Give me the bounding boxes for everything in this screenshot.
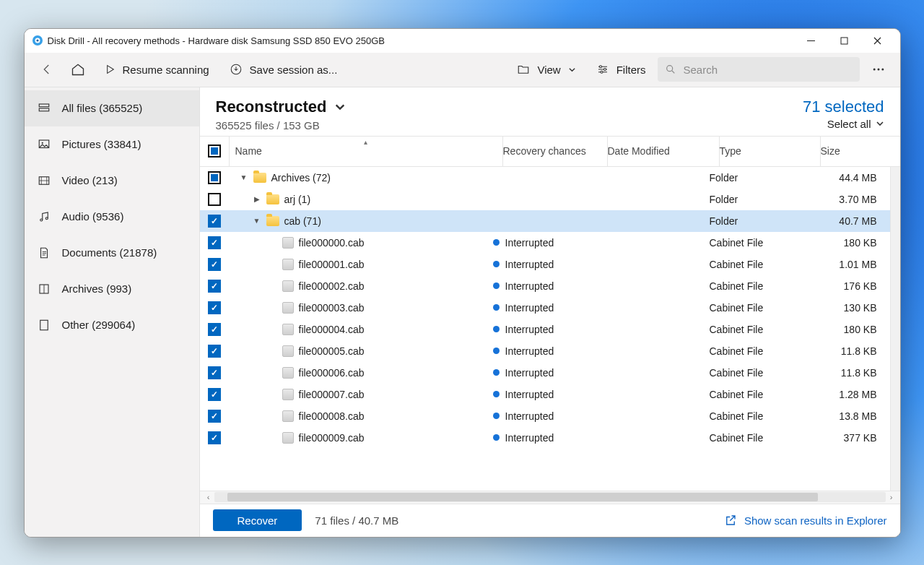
table-row[interactable]: ▶arj (1)Folder3.70 MB bbox=[200, 189, 890, 210]
search-input[interactable] bbox=[682, 63, 853, 77]
svg-point-8 bbox=[666, 66, 672, 72]
window-title: Disk Drill - All recovery methods - Hard… bbox=[48, 35, 795, 46]
view-mode-dropdown[interactable]: Reconstructed bbox=[216, 98, 346, 116]
archive-icon bbox=[38, 282, 51, 296]
sidebar-item-label: All files (365525) bbox=[62, 102, 143, 114]
folder-icon bbox=[266, 216, 279, 226]
row-checkbox[interactable] bbox=[208, 301, 221, 314]
content: Reconstructed 365525 files / 153 GB 71 s… bbox=[200, 87, 900, 537]
sidebar-item-label: Video (213) bbox=[62, 174, 118, 186]
filters-label: Filters bbox=[616, 64, 646, 76]
column-size[interactable]: Size bbox=[821, 137, 900, 166]
row-size: 11.8 KB bbox=[841, 345, 877, 357]
recover-button[interactable]: Recover bbox=[213, 509, 302, 531]
maximize-button[interactable] bbox=[828, 29, 861, 53]
table-row[interactable]: file000007.cabInterruptedCabinet File1.2… bbox=[200, 384, 890, 405]
sliders-icon bbox=[596, 63, 609, 76]
status-dot-icon bbox=[493, 326, 500, 332]
recovery-status: Interrupted bbox=[505, 302, 554, 314]
back-button[interactable] bbox=[33, 56, 61, 82]
recovery-status: Interrupted bbox=[505, 280, 554, 292]
svg-point-9 bbox=[873, 69, 875, 71]
row-checkbox[interactable] bbox=[208, 171, 221, 184]
row-checkbox[interactable] bbox=[208, 366, 221, 379]
svg-point-18 bbox=[45, 217, 48, 219]
table-row[interactable]: file000009.cabInterruptedCabinet File377… bbox=[200, 427, 890, 449]
status-dot-icon bbox=[493, 261, 500, 267]
save-session-button[interactable]: Save session as... bbox=[221, 56, 346, 82]
minimize-button[interactable] bbox=[795, 29, 828, 53]
table-row[interactable]: file000001.cabInterruptedCabinet File1.0… bbox=[200, 254, 890, 275]
row-checkbox[interactable] bbox=[208, 193, 221, 206]
app-icon bbox=[32, 35, 43, 46]
film-icon bbox=[38, 174, 51, 187]
svg-rect-12 bbox=[39, 104, 49, 107]
scroll-right-arrow[interactable]: › bbox=[886, 493, 897, 501]
status-dot-icon bbox=[493, 304, 500, 311]
sidebar-item-all-files[interactable]: All files (365525) bbox=[25, 90, 199, 126]
row-name: file000007.cab bbox=[299, 389, 365, 400]
home-button[interactable] bbox=[64, 56, 92, 82]
column-date[interactable]: Date Modified bbox=[608, 137, 720, 166]
row-checkbox[interactable] bbox=[208, 323, 221, 336]
table-row[interactable]: file000004.cabInterruptedCabinet File180… bbox=[200, 319, 890, 340]
scroll-thumb[interactable] bbox=[227, 493, 818, 501]
vertical-scrollbar[interactable] bbox=[890, 167, 900, 491]
sidebar-item-pictures[interactable]: Pictures (33841) bbox=[25, 126, 199, 163]
expander-icon[interactable]: ▶ bbox=[253, 195, 261, 203]
more-button[interactable] bbox=[863, 56, 894, 82]
show-in-explorer-link[interactable]: Show scan results in Explorer bbox=[724, 514, 887, 527]
row-checkbox[interactable] bbox=[208, 410, 221, 423]
cabinet-file-icon bbox=[282, 410, 294, 422]
row-size: 11.8 KB bbox=[841, 367, 877, 379]
sidebar-item-video[interactable]: Video (213) bbox=[25, 163, 199, 199]
row-checkbox[interactable] bbox=[208, 215, 221, 228]
table-row[interactable]: file000000.cabInterruptedCabinet File180… bbox=[200, 232, 890, 254]
file-grid: ▴ Name Recovery chances Date Modified Ty… bbox=[200, 136, 900, 504]
expander-icon[interactable]: ▼ bbox=[240, 173, 248, 181]
row-name: file000004.cab bbox=[299, 324, 365, 335]
header-checkbox[interactable] bbox=[208, 145, 221, 158]
column-type[interactable]: Type bbox=[720, 137, 821, 166]
sidebar-item-audio[interactable]: Audio (9536) bbox=[25, 199, 199, 235]
resume-scanning-button[interactable]: Resume scanning bbox=[95, 56, 218, 82]
row-checkbox[interactable] bbox=[208, 280, 221, 293]
row-checkbox[interactable] bbox=[208, 236, 221, 249]
row-checkbox[interactable] bbox=[208, 388, 221, 401]
row-checkbox[interactable] bbox=[208, 345, 221, 358]
column-name[interactable]: ▴ Name bbox=[229, 137, 503, 166]
table-row[interactable]: file000003.cabInterruptedCabinet File130… bbox=[200, 297, 890, 319]
search-box[interactable] bbox=[658, 57, 860, 82]
sidebar-item-other[interactable]: Other (299064) bbox=[25, 307, 199, 343]
select-all-dropdown[interactable]: Select all bbox=[803, 118, 884, 130]
row-checkbox[interactable] bbox=[208, 258, 221, 271]
horizontal-scrollbar[interactable]: ‹ › bbox=[200, 491, 900, 504]
row-name: Archives (72) bbox=[271, 172, 331, 184]
sidebar-item-archives[interactable]: Archives (993) bbox=[25, 271, 199, 307]
filters-button[interactable]: Filters bbox=[588, 56, 655, 82]
expander-icon[interactable]: ▼ bbox=[253, 217, 261, 225]
status-dot-icon bbox=[493, 282, 500, 289]
sidebar-item-label: Pictures (33841) bbox=[62, 138, 141, 150]
row-name: cab (71) bbox=[284, 215, 321, 227]
view-dropdown[interactable]: View bbox=[508, 56, 584, 82]
table-row[interactable]: file000006.cabInterruptedCabinet File11.… bbox=[200, 362, 890, 384]
close-button[interactable] bbox=[861, 29, 894, 53]
table-row[interactable]: file000005.cabInterruptedCabinet File11.… bbox=[200, 340, 890, 362]
titlebar[interactable]: Disk Drill - All recovery methods - Hard… bbox=[25, 29, 900, 53]
cabinet-file-icon bbox=[282, 367, 294, 379]
row-checkbox[interactable] bbox=[208, 431, 221, 444]
table-row[interactable]: ▼Archives (72)Folder44.4 MB bbox=[200, 167, 890, 189]
table-row[interactable]: file000002.cabInterruptedCabinet File176… bbox=[200, 275, 890, 297]
content-header: Reconstructed 365525 files / 153 GB 71 s… bbox=[200, 87, 900, 136]
column-recovery[interactable]: Recovery chances bbox=[503, 137, 608, 166]
table-row[interactable]: ▼cab (71)Folder40.7 MB bbox=[200, 210, 890, 232]
view-label: View bbox=[537, 64, 560, 76]
grid-rows[interactable]: ▼Archives (72)Folder44.4 MB▶arj (1)Folde… bbox=[200, 167, 890, 491]
sidebar-item-documents[interactable]: Documents (21878) bbox=[25, 235, 199, 271]
status-dot-icon bbox=[493, 413, 500, 419]
table-row[interactable]: file000008.cabInterruptedCabinet File13.… bbox=[200, 405, 890, 427]
row-name: file000006.cab bbox=[299, 367, 365, 379]
app-window: Disk Drill - All recovery methods - Hard… bbox=[24, 28, 901, 538]
scroll-left-arrow[interactable]: ‹ bbox=[203, 493, 214, 501]
